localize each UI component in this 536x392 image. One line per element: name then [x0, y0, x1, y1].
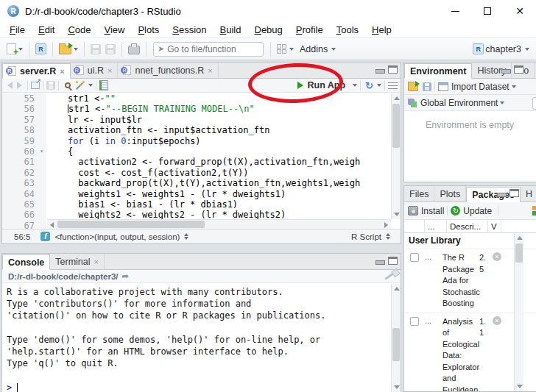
- minimize-pane-icon[interactable]: [501, 69, 511, 74]
- environment-scope-selector[interactable]: Global Environment: [420, 98, 498, 108]
- addins-button[interactable]: Addins: [296, 43, 338, 56]
- tab-server-r[interactable]: server.R×: [2, 63, 71, 79]
- close-tab-icon[interactable]: ×: [94, 257, 99, 266]
- tab-label: Console: [8, 257, 44, 268]
- back-icon[interactable]: [7, 82, 13, 89]
- goto-directory-icon[interactable]: ➦: [122, 271, 129, 281]
- function-context-selector[interactable]: <function>(input, output, session): [54, 232, 180, 241]
- new-project-button[interactable]: R: [33, 42, 49, 56]
- source-pane: server.R×ui.R×nnet_functions.R× Run App …: [1, 62, 401, 244]
- find-replace-icon[interactable]: [65, 82, 71, 88]
- save-workspace-icon[interactable]: [423, 82, 431, 91]
- code-token: str1 <-: [68, 104, 106, 114]
- package-name-link[interactable]: ...: [419, 316, 441, 392]
- run-app-button[interactable]: Run App: [297, 80, 357, 90]
- close-tab-icon[interactable]: ×: [60, 67, 64, 76]
- save-all-button[interactable]: [103, 43, 118, 56]
- packages-scrollbar[interactable]: [514, 233, 523, 391]
- menu-help[interactable]: Help: [365, 23, 398, 37]
- menu-file[interactable]: File: [3, 23, 32, 37]
- tab-h[interactable]: H: [521, 186, 536, 202]
- tab-ui-r[interactable]: ui.R×: [71, 63, 119, 78]
- file-type-selector[interactable]: R Script: [351, 232, 390, 241]
- re-run-icon[interactable]: ↻: [365, 80, 373, 91]
- package-name-link[interactable]: ...: [419, 252, 441, 310]
- new-file-button[interactable]: [4, 42, 25, 56]
- package-version: 1.1: [479, 316, 491, 392]
- window-maximize-button[interactable]: [471, 0, 504, 22]
- package-description: AnalysisofEcologicalData:ExploratorandEu…: [441, 316, 479, 392]
- packrat-icon[interactable]: [532, 206, 536, 215]
- close-tab-icon[interactable]: ×: [208, 66, 212, 75]
- maximize-pane-icon[interactable]: [509, 189, 519, 197]
- remove-package-icon[interactable]: ×: [493, 316, 501, 325]
- tab-nnet-functions-r[interactable]: nnet_functions.R×: [118, 63, 218, 78]
- console-line: Type 'q()' to quit R.: [7, 357, 387, 369]
- goto-file-function-box[interactable]: ➤: [153, 42, 264, 57]
- fold-icon[interactable]: ▾: [40, 146, 43, 157]
- compile-report-icon[interactable]: [99, 80, 108, 90]
- menu-session[interactable]: Session: [166, 23, 213, 37]
- pane-layout-button[interactable]: [275, 43, 296, 56]
- goto-file-function-input[interactable]: [167, 44, 254, 54]
- code-line: 63 backward_prop(t(X),t(Y),activation_ft…: [2, 178, 401, 188]
- print-button[interactable]: [126, 43, 142, 56]
- import-dataset-button[interactable]: Import Dataset: [451, 82, 509, 92]
- document-outline-icon[interactable]: [388, 82, 398, 90]
- packages-column-header: [404, 220, 425, 232]
- cursor-position: 56:5: [14, 232, 30, 241]
- menu-tools[interactable]: Tools: [330, 23, 365, 37]
- tab-files[interactable]: Files: [404, 186, 434, 202]
- menu-edit[interactable]: Edit: [32, 23, 61, 37]
- environment-pane-window-buttons: [501, 65, 523, 74]
- editor-horizontal-scrollbar[interactable]: [47, 219, 391, 229]
- pane-layout-icon: [277, 44, 287, 54]
- forward-icon[interactable]: [17, 82, 22, 89]
- minimize-pane-icon[interactable]: [375, 69, 385, 74]
- close-tab-icon[interactable]: ×: [107, 66, 112, 75]
- tab-environment[interactable]: Environment: [404, 63, 472, 79]
- line-number: 56: [2, 104, 46, 114]
- console-output[interactable]: R is a collaborative project with many c…: [2, 284, 391, 392]
- save-source-icon[interactable]: [46, 81, 55, 90]
- tab-console[interactable]: Console: [2, 254, 50, 270]
- editor-vertical-scrollbar[interactable]: [391, 93, 401, 219]
- console-prompt-line[interactable]: >: [7, 382, 387, 392]
- menu-view[interactable]: View: [97, 23, 131, 37]
- remove-package-icon[interactable]: ×: [493, 252, 501, 261]
- environment-search-box[interactable]: [532, 97, 536, 110]
- package-checkbox[interactable]: [410, 317, 419, 326]
- install-button[interactable]: Install: [421, 206, 444, 216]
- update-button[interactable]: Update: [463, 206, 492, 216]
- open-in-new-window-icon[interactable]: [31, 82, 40, 89]
- package-checkbox[interactable]: [410, 253, 419, 262]
- load-workspace-icon[interactable]: [408, 84, 418, 91]
- code-tools-icon[interactable]: [75, 81, 85, 90]
- maximize-pane-icon[interactable]: [388, 257, 398, 265]
- menu-code[interactable]: Code: [61, 23, 97, 37]
- window-minimize-button[interactable]: [439, 0, 471, 22]
- menu-build[interactable]: Build: [214, 23, 248, 37]
- save-button[interactable]: [88, 43, 103, 56]
- minimize-pane-icon[interactable]: [497, 193, 507, 197]
- menu-profile[interactable]: Profile: [289, 23, 330, 37]
- open-file-button[interactable]: [57, 42, 80, 56]
- code-token: :input$epochs): [126, 136, 200, 146]
- project-selector[interactable]: R chapter3: [470, 42, 532, 56]
- clear-console-icon[interactable]: [384, 272, 394, 279]
- tab-plots[interactable]: Plots: [434, 186, 466, 202]
- r-file-icon: [76, 65, 84, 75]
- packages-toolbar: Install ↻ Update: [404, 202, 536, 220]
- update-icon: ↻: [451, 206, 460, 215]
- print-icon: [128, 46, 140, 54]
- tab-terminal[interactable]: Terminal×: [50, 254, 105, 269]
- window-close-button[interactable]: ✕: [504, 0, 536, 22]
- code-token: "": [105, 93, 115, 104]
- console-scrollbar[interactable]: [391, 284, 401, 392]
- menu-plots[interactable]: Plots: [131, 23, 166, 37]
- code-editor[interactable]: 55 str1 <-""56 str1 <-"--BEGIN TRAINING …: [2, 93, 401, 229]
- menu-debug[interactable]: Debug: [248, 23, 289, 37]
- minimize-pane-icon[interactable]: [375, 260, 385, 265]
- maximize-pane-icon[interactable]: [514, 65, 523, 74]
- maximize-pane-icon[interactable]: [388, 65, 398, 74]
